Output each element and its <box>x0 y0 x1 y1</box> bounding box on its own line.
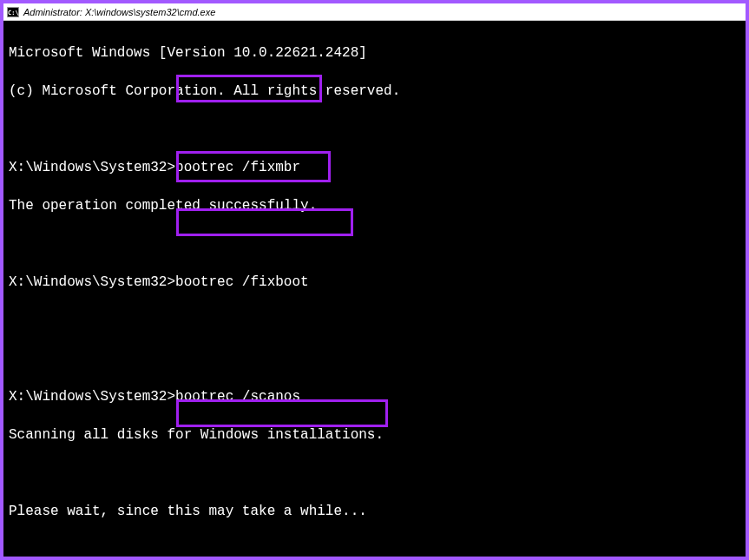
prompt: X:\Windows\System32> <box>9 389 175 405</box>
terminal-output[interactable]: Microsoft Windows [Version 10.0.22621.24… <box>3 21 746 557</box>
output-line: Please wait, since this may take a while… <box>9 502 740 521</box>
prompt-line: X:\Windows\System32>bootrec /fixboot <box>9 273 740 292</box>
output-line: Microsoft Windows [Version 10.0.22621.24… <box>9 43 740 63</box>
prompt-line: X:\Windows\System32>bootrec /scanos <box>9 387 740 406</box>
output-line <box>9 464 740 483</box>
window-title: Administrator: X:\windows\system32\cmd.e… <box>23 7 215 17</box>
output-line <box>9 120 740 139</box>
prompt-line: X:\Windows\System32>bootrec /fixmbr <box>9 158 740 177</box>
prompt: X:\Windows\System32> <box>9 274 175 290</box>
titlebar[interactable]: C:\. Administrator: X:\windows\system32\… <box>3 3 746 21</box>
output-line <box>9 349 740 368</box>
cmd-icon: C:\. <box>7 7 19 17</box>
command-fixmbr: bootrec /fixmbr <box>175 160 300 175</box>
output-line <box>9 540 740 557</box>
output-line <box>9 234 740 254</box>
command-scanos: bootrec /scanos <box>175 389 300 405</box>
output-line: (c) Microsoft Corporation. All rights re… <box>9 82 740 101</box>
cmd-window: C:\. Administrator: X:\windows\system32\… <box>0 0 749 560</box>
output-line: The operation completed successfully. <box>9 196 740 215</box>
output-line: Scanning all disks for Windows installat… <box>9 425 740 445</box>
output-line <box>9 311 740 330</box>
prompt: X:\Windows\System32> <box>9 160 175 175</box>
command-fixboot: bootrec /fixboot <box>175 274 309 290</box>
